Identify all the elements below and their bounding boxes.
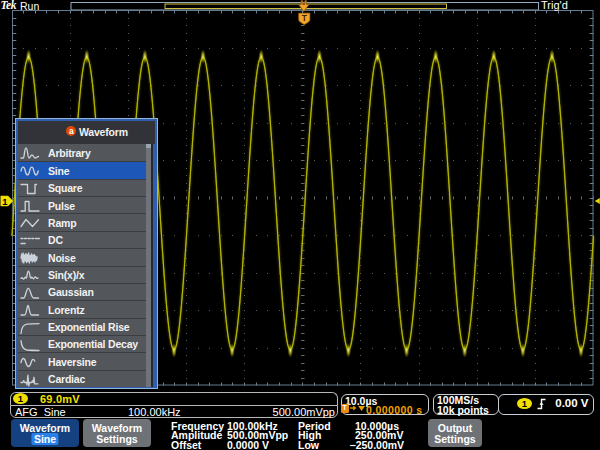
svg-text:T: T [302, 13, 308, 23]
svg-text:1: 1 [2, 196, 8, 207]
